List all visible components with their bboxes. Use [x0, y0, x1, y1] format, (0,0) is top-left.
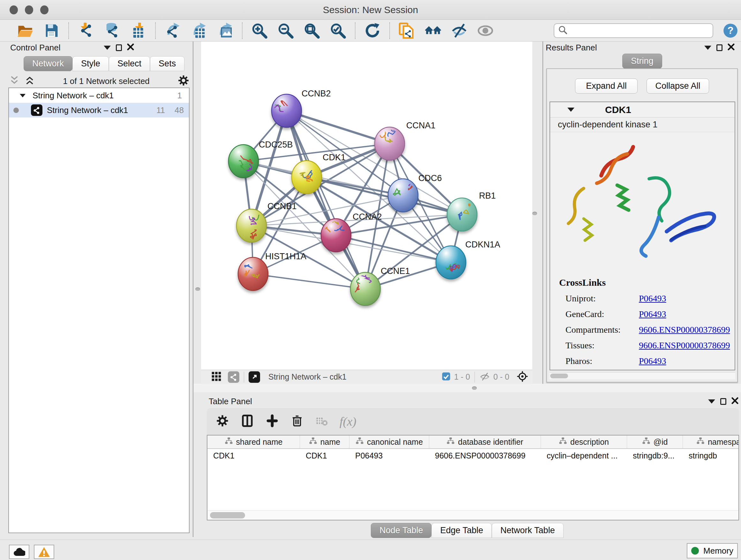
- table-cell[interactable]: cyclin–dependent ...: [541, 449, 627, 462]
- node-CDC6[interactable]: [388, 179, 418, 212]
- zoom-in-button[interactable]: [251, 22, 268, 39]
- close-panel-icon[interactable]: [127, 44, 134, 52]
- close-panel-icon[interactable]: [728, 44, 735, 52]
- tab-sets[interactable]: Sets: [150, 56, 185, 71]
- column-header-description[interactable]: description: [541, 435, 627, 448]
- zoom-out-button[interactable]: [277, 22, 294, 39]
- float-panel-icon[interactable]: [720, 398, 726, 405]
- horizontal-splitter[interactable]: [193, 384, 741, 392]
- tab-string[interactable]: String: [622, 54, 662, 69]
- crosslink-link[interactable]: P06493: [639, 356, 666, 366]
- refresh-button[interactable]: [364, 22, 381, 39]
- right-splitter-handle[interactable]: [532, 212, 537, 215]
- table-cell[interactable]: CDK1: [300, 449, 349, 462]
- warning-button[interactable]: [34, 545, 54, 559]
- table-hscrollbar[interactable]: [207, 510, 738, 520]
- column-header-databaseidentifier[interactable]: database identifier: [429, 435, 541, 448]
- collapse-all-button[interactable]: Collapse All: [647, 78, 709, 94]
- add-column-icon[interactable]: [266, 414, 279, 429]
- table-cell[interactable]: stringdb: [683, 449, 739, 462]
- panel-menu-icon[interactable]: [708, 399, 715, 403]
- crosslink-link[interactable]: P06493: [639, 309, 666, 319]
- node-label-CDKN1A: CDKN1A: [465, 240, 500, 249]
- column-header-namespace[interactable]: namespace: [683, 435, 739, 448]
- panel-menu-icon[interactable]: [104, 46, 111, 50]
- delete-column-icon[interactable]: [290, 414, 304, 429]
- table-cell[interactable]: 9606.ENSP00000378699: [429, 449, 541, 462]
- tab-node-table[interactable]: Node Table: [371, 523, 431, 538]
- crosslinks-heading: CrossLinks: [550, 277, 735, 288]
- export-view-icon[interactable]: [249, 371, 260, 383]
- column-header-name[interactable]: name: [300, 435, 349, 448]
- tree-expander-icon[interactable]: [20, 94, 25, 98]
- network-tree-row[interactable]: String Network – cdk1 11 48: [9, 103, 189, 118]
- toolbar-separator: [155, 22, 156, 39]
- tab-network[interactable]: Network: [23, 56, 72, 71]
- node-CDC25B[interactable]: [228, 145, 259, 178]
- node-CCNB2[interactable]: [272, 94, 301, 127]
- network-share-icon[interactable]: [228, 371, 239, 383]
- left-splitter-handle[interactable]: [195, 287, 200, 291]
- splitter-handle[interactable]: [472, 386, 477, 390]
- column-header-id[interactable]: @id: [627, 435, 683, 448]
- network-tree-row[interactable]: String Network – cdk1 1: [9, 88, 189, 103]
- import-database-button[interactable]: [104, 22, 121, 39]
- collapse-all-tree-icon[interactable]: [9, 76, 20, 86]
- save-session-button[interactable]: [43, 22, 60, 39]
- node-CCNA1[interactable]: [375, 127, 405, 160]
- import-network-button[interactable]: [77, 22, 94, 39]
- search-input[interactable]: [568, 26, 705, 35]
- show-columns-icon[interactable]: [241, 414, 254, 429]
- open-session-button[interactable]: [17, 22, 34, 39]
- memory-label: Memory: [703, 546, 733, 556]
- selected-checkbox-icon[interactable]: [441, 372, 451, 382]
- table-cell[interactable]: CDK1: [207, 449, 300, 462]
- crosslink-link[interactable]: 9606.ENSP00000378699: [639, 325, 730, 335]
- show-all-button[interactable]: [477, 22, 494, 39]
- cloud-button[interactable]: [9, 545, 29, 559]
- float-panel-icon[interactable]: [116, 44, 122, 51]
- import-table-button[interactable]: [130, 22, 147, 39]
- hide-selected-button[interactable]: [451, 22, 468, 39]
- column-header-sharedname[interactable]: shared name: [207, 435, 300, 448]
- crosslink-label: Uniprot:: [565, 294, 639, 304]
- export-table-button[interactable]: [190, 22, 207, 39]
- table-cell[interactable]: stringdb:9...: [627, 449, 683, 462]
- zoom-selected-button[interactable]: [329, 22, 347, 39]
- export-network-button[interactable]: [164, 22, 181, 39]
- tab-style[interactable]: Style: [72, 56, 109, 71]
- tab-edge-table[interactable]: Edge Table: [431, 523, 492, 538]
- panel-menu-icon[interactable]: [704, 46, 711, 50]
- expand-all-button[interactable]: Expand All: [575, 78, 637, 94]
- node-CCNA2[interactable]: [321, 219, 351, 252]
- tab-select[interactable]: Select: [109, 56, 150, 71]
- grid-view-icon[interactable]: [211, 371, 222, 383]
- node-CDKN1A[interactable]: [436, 246, 466, 279]
- table-row[interactable]: CDK1CDK1P064939606.ENSP00000378699cyclin…: [207, 449, 738, 462]
- zoom-fit-button[interactable]: [303, 22, 320, 39]
- expand-all-tree-icon[interactable]: [24, 76, 35, 86]
- memory-button[interactable]: Memory: [687, 543, 738, 558]
- table-cell[interactable]: P06493: [349, 449, 429, 462]
- node-table[interactable]: shared namenamecanonical namedatabase id…: [207, 435, 739, 520]
- network-view-canvas[interactable]: CCNB2CCNA1CDC25BCDK1CDC6RB1CCNB1CCNA2CDK…: [201, 42, 532, 370]
- crosslink-link[interactable]: P06493: [639, 294, 666, 304]
- crosslink-link[interactable]: 9606.ENSP00000378699: [639, 340, 730, 351]
- clone-network-button[interactable]: [398, 22, 415, 39]
- right-splitter[interactable]: [542, 42, 543, 384]
- float-panel-icon[interactable]: [717, 44, 723, 51]
- collapse-gene-icon[interactable]: [567, 108, 575, 112]
- export-image-button[interactable]: [216, 22, 233, 39]
- tab-network-table[interactable]: Network Table: [492, 523, 563, 538]
- node-HIST1H1A[interactable]: [238, 257, 268, 291]
- close-panel-icon[interactable]: [731, 397, 738, 406]
- birds-eye-view-icon[interactable]: [516, 370, 529, 384]
- search-box[interactable]: [554, 23, 713, 38]
- column-header-canonicalname[interactable]: canonical name: [349, 435, 429, 448]
- network-options-gear-icon[interactable]: [178, 74, 190, 88]
- table-gear-icon[interactable]: [216, 414, 229, 429]
- results-scrollbar[interactable]: [549, 372, 735, 379]
- memory-status-dot: [691, 547, 699, 555]
- first-neighbors-button[interactable]: [424, 22, 442, 39]
- help-button[interactable]: ?: [723, 23, 738, 40]
